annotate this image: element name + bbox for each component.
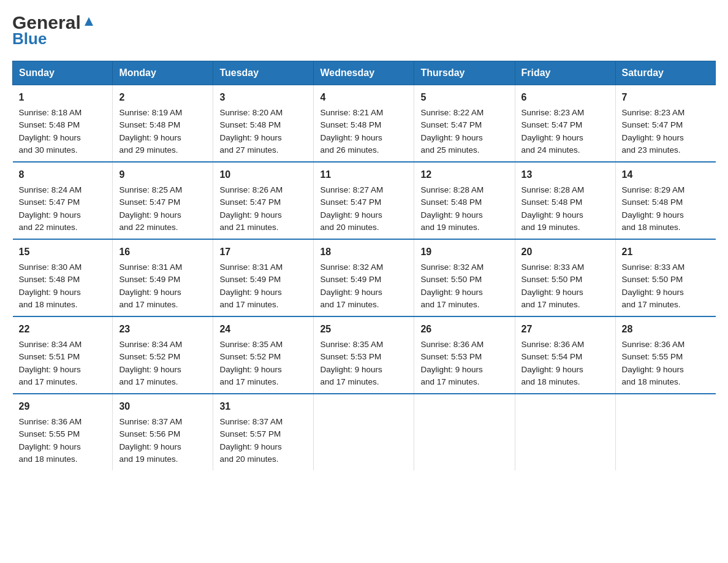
calendar-cell: 28Sunrise: 8:36 AMSunset: 5:55 PMDayligh… — [615, 316, 715, 394]
calendar-cell: 6Sunrise: 8:23 AMSunset: 5:47 PMDaylight… — [515, 85, 615, 163]
day-number: 29 — [19, 399, 107, 414]
calendar-cell: 23Sunrise: 8:34 AMSunset: 5:52 PMDayligh… — [113, 316, 213, 394]
calendar-cell: 22Sunrise: 8:34 AMSunset: 5:51 PMDayligh… — [13, 316, 113, 394]
day-number: 19 — [420, 245, 508, 259]
logo-triangle-icon — [82, 15, 96, 28]
calendar-week-row: 22Sunrise: 8:34 AMSunset: 5:51 PMDayligh… — [13, 316, 716, 394]
day-number: 11 — [320, 167, 408, 182]
day-number: 26 — [420, 322, 508, 337]
calendar-week-row: 29Sunrise: 8:36 AMSunset: 5:55 PMDayligh… — [13, 394, 716, 470]
logo-blue: Blue — [12, 29, 47, 48]
day-number: 10 — [219, 167, 307, 182]
calendar-cell: 24Sunrise: 8:35 AMSunset: 5:52 PMDayligh… — [213, 316, 314, 394]
calendar-cell: 5Sunrise: 8:22 AMSunset: 5:47 PMDaylight… — [414, 85, 515, 163]
calendar-cell: 17Sunrise: 8:31 AMSunset: 5:49 PMDayligh… — [213, 239, 314, 316]
day-number: 30 — [119, 399, 207, 414]
calendar-cell: 19Sunrise: 8:32 AMSunset: 5:50 PMDayligh… — [414, 239, 515, 316]
calendar-cell: 31Sunrise: 8:37 AMSunset: 5:57 PMDayligh… — [213, 394, 314, 470]
calendar-cell: 21Sunrise: 8:33 AMSunset: 5:50 PMDayligh… — [615, 239, 715, 316]
day-number: 1 — [19, 90, 107, 105]
day-number: 2 — [119, 90, 207, 105]
day-number: 23 — [119, 322, 207, 337]
calendar-cell: 9Sunrise: 8:25 AMSunset: 5:47 PMDaylight… — [113, 162, 213, 239]
day-number: 8 — [19, 167, 107, 182]
svg-marker-0 — [85, 17, 93, 26]
calendar-cell: 13Sunrise: 8:28 AMSunset: 5:48 PMDayligh… — [515, 162, 615, 239]
calendar-cell: 12Sunrise: 8:28 AMSunset: 5:48 PMDayligh… — [414, 162, 515, 239]
calendar-cell: 27Sunrise: 8:36 AMSunset: 5:54 PMDayligh… — [515, 316, 615, 394]
calendar-table: SundayMondayTuesdayWednesdayThursdayFrid… — [12, 61, 716, 470]
day-number: 7 — [622, 90, 710, 105]
day-number: 9 — [119, 167, 207, 182]
calendar-cell — [515, 394, 615, 470]
day-number: 22 — [19, 322, 107, 337]
header-wednesday: Wednesday — [314, 61, 414, 85]
day-number: 16 — [119, 245, 207, 259]
calendar-cell: 20Sunrise: 8:33 AMSunset: 5:50 PMDayligh… — [515, 239, 615, 316]
calendar-week-row: 1Sunrise: 8:18 AMSunset: 5:48 PMDaylight… — [13, 85, 716, 163]
day-number: 21 — [622, 245, 710, 259]
calendar-cell: 15Sunrise: 8:30 AMSunset: 5:48 PMDayligh… — [13, 239, 113, 316]
calendar-cell — [414, 394, 515, 470]
day-number: 27 — [521, 322, 609, 337]
day-number: 3 — [219, 90, 307, 105]
calendar-cell — [615, 394, 715, 470]
calendar-cell: 2Sunrise: 8:19 AMSunset: 5:48 PMDaylight… — [113, 85, 213, 163]
header-saturday: Saturday — [615, 61, 715, 85]
day-number: 18 — [320, 245, 408, 259]
calendar-cell: 10Sunrise: 8:26 AMSunset: 5:47 PMDayligh… — [213, 162, 314, 239]
calendar-cell: 16Sunrise: 8:31 AMSunset: 5:49 PMDayligh… — [113, 239, 213, 316]
day-number: 25 — [320, 322, 408, 337]
day-number: 5 — [420, 90, 508, 105]
calendar-header-row: SundayMondayTuesdayWednesdayThursdayFrid… — [13, 61, 716, 85]
day-number: 31 — [219, 399, 307, 414]
calendar-cell: 8Sunrise: 8:24 AMSunset: 5:47 PMDaylight… — [13, 162, 113, 239]
calendar-week-row: 15Sunrise: 8:30 AMSunset: 5:48 PMDayligh… — [13, 239, 716, 316]
calendar-cell: 1Sunrise: 8:18 AMSunset: 5:48 PMDaylight… — [13, 85, 113, 163]
calendar-cell: 26Sunrise: 8:36 AMSunset: 5:53 PMDayligh… — [414, 316, 515, 394]
day-number: 20 — [521, 245, 609, 259]
day-number: 6 — [521, 90, 609, 105]
page-header: General Blue — [12, 12, 716, 48]
day-number: 12 — [420, 167, 508, 182]
day-number: 28 — [622, 322, 710, 337]
header-sunday: Sunday — [13, 61, 113, 85]
day-number: 14 — [622, 167, 710, 182]
day-number: 17 — [219, 245, 307, 259]
day-number: 24 — [219, 322, 307, 337]
calendar-cell: 11Sunrise: 8:27 AMSunset: 5:47 PMDayligh… — [314, 162, 414, 239]
calendar-cell: 29Sunrise: 8:36 AMSunset: 5:55 PMDayligh… — [13, 394, 113, 470]
header-friday: Friday — [515, 61, 615, 85]
calendar-cell: 7Sunrise: 8:23 AMSunset: 5:47 PMDaylight… — [615, 85, 715, 163]
calendar-week-row: 8Sunrise: 8:24 AMSunset: 5:47 PMDaylight… — [13, 162, 716, 239]
day-number: 4 — [320, 90, 408, 105]
calendar-cell: 30Sunrise: 8:37 AMSunset: 5:56 PMDayligh… — [113, 394, 213, 470]
calendar-cell: 18Sunrise: 8:32 AMSunset: 5:49 PMDayligh… — [314, 239, 414, 316]
calendar-cell — [314, 394, 414, 470]
header-thursday: Thursday — [414, 61, 515, 85]
logo: General Blue — [12, 12, 96, 48]
calendar-cell: 25Sunrise: 8:35 AMSunset: 5:53 PMDayligh… — [314, 316, 414, 394]
day-number: 13 — [521, 167, 609, 182]
calendar-cell: 14Sunrise: 8:29 AMSunset: 5:48 PMDayligh… — [615, 162, 715, 239]
header-monday: Monday — [113, 61, 213, 85]
calendar-cell: 4Sunrise: 8:21 AMSunset: 5:48 PMDaylight… — [314, 85, 414, 163]
header-tuesday: Tuesday — [213, 61, 314, 85]
calendar-cell: 3Sunrise: 8:20 AMSunset: 5:48 PMDaylight… — [213, 85, 314, 163]
day-number: 15 — [19, 245, 107, 259]
